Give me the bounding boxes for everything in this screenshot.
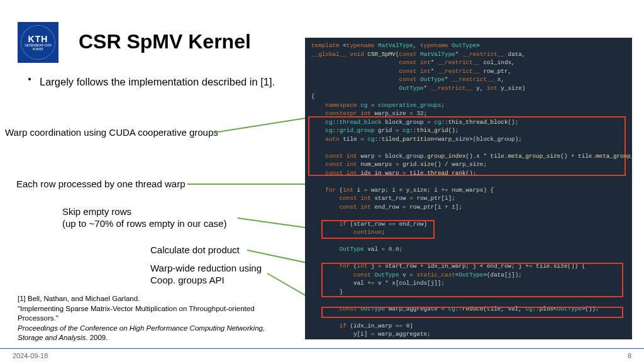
code-line: const int idx_in_warp = tile.thread_rank… [311,169,626,178]
code-line: const OutType* __restrict__ x, [311,75,626,84]
annotation-reduction: Warp-wide reduction using Coop. groups A… [150,263,262,287]
annotation-dot-product: Calculate dot product [150,244,240,256]
code-line: const OutType v = static_cast<OutType>(d… [311,271,626,280]
citation-l1: [1] Bell, Nathan, and Michael Garland. [18,294,282,304]
code-line: for (int i = warp; i < y_size; i += num_… [311,186,626,195]
citation-l3: Proceedings of the Conference on High Pe… [18,324,282,343]
code-line: OutType* __restrict__ y, int y_size) [311,84,626,93]
code-line: if (idx_in_warp == 0) [311,322,626,331]
code-line: const int start_row = row_ptr[i]; [311,194,626,203]
code-line: for (int j = start_row + idx_in_warp; j … [311,262,626,271]
code-line: } [311,288,626,297]
kth-logo: KTH VETENSKAP OCH KONST [18,22,58,63]
arrow-icon [187,184,316,185]
arrow-icon [214,116,316,133]
code-line: cg::thread_block block_group = cg::this_… [311,118,626,127]
code-line [311,296,626,305]
code-line: const OutType warp_aggregate = cg::reduc… [311,305,626,314]
slide-footer: 2024-09-18 8 [0,348,644,362]
code-line [311,143,626,152]
code-line: { [311,92,626,101]
annotation-skip-l2: (up to ~70% of rows empty in our case) [62,218,226,230]
code-line: OutType val = 0.0; [311,245,626,254]
code-line: const int warp = block_group.group_index… [311,152,626,161]
code-line: namespace cg = cooperative_groups; [311,101,626,110]
annotation-warp-coord: Warp coordination using CUDA cooperative… [5,127,218,139]
logo-circle: KTH VETENSKAP OCH KONST [21,25,55,60]
code-line [311,237,626,246]
code-line: const int num_warps = grid.size() / warp… [311,160,626,169]
code-line: const int end_row = row_ptr[i + 1]; [311,203,626,212]
code-line: continue; [311,228,626,237]
citation: [1] Bell, Nathan, and Michael Garland. "… [18,294,282,343]
code-line: cg::grid_group grid = cg::this_grid(); [311,126,626,135]
logo-sub: VETENSKAP OCH KONST [21,44,55,51]
bullet-text: Largely follows the implementation descr… [40,75,275,89]
code-line: } [311,339,626,340]
annotation-red-l1: Warp-wide reduction using [150,263,262,275]
code-line [311,211,626,220]
code-line: val += v * x[col_inds[j]]; [311,279,626,288]
code-line: if (start_row == end_row) [311,220,626,229]
code-pane: template <typename MatValType, typename … [305,38,632,339]
code-line: __global__ void CSR_SpMV(const MatValTyp… [311,50,626,59]
logo-main: KTH [28,34,48,44]
code-line [311,313,626,322]
bullet-item: Largely follows the implementation descr… [28,75,275,89]
code-line: auto tile = cg::tiled_partition<warp_siz… [311,135,626,144]
bullet-dot [28,78,31,80]
citation-l2: "Implementing Sparse Matrix-Vector Multi… [18,304,282,324]
code-line: const int* __restrict__ col_inds, [311,58,626,67]
annotation-skip-l1: Skip empty rows [62,206,226,218]
code-line [311,254,626,263]
annotation-skip-empty: Skip empty rows (up to ~70% of rows empt… [62,206,226,230]
code-line: constexpr int warp_size = 32; [311,109,626,118]
slide-title: CSR SpMV Kernel [79,30,251,53]
code-line: y[i] = warp_aggregate; [311,330,626,339]
annotation-red-l2: Coop. groups API [150,275,262,287]
footer-page: 8 [628,352,631,359]
code-line [311,177,626,186]
annotation-each-row: Each row processed by one thread warp [16,178,185,190]
footer-date: 2024-09-18 [13,352,48,359]
code-line: template <typename MatValType, typename … [311,41,626,50]
code-container: template <typename MatValType, typename … [311,41,626,339]
code-line: const int* __restrict__ row_ptr, [311,67,626,76]
